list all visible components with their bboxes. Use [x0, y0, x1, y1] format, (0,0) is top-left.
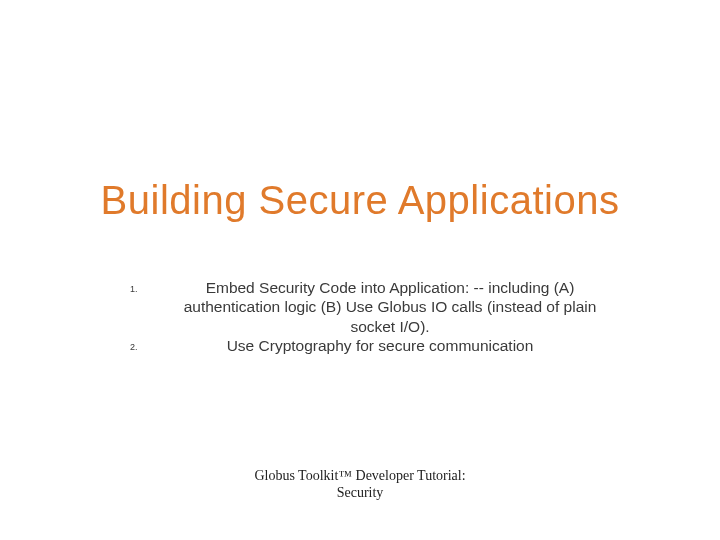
- slide-title: Building Secure Applications: [0, 178, 720, 223]
- footer-line-1: Globus Toolkit™ Developer Tutorial:: [0, 468, 720, 485]
- list-text-2: Use Cryptography for secure communicatio…: [170, 336, 610, 355]
- list-number-2: 2.: [130, 336, 170, 353]
- list-text-1: Embed Security Code into Application: --…: [170, 278, 610, 336]
- slide-footer: Globus Toolkit™ Developer Tutorial: Secu…: [0, 468, 720, 502]
- list-item: 1. Embed Security Code into Application:…: [130, 278, 610, 336]
- footer-line-2: Security: [0, 485, 720, 502]
- slide: Building Secure Applications 1. Embed Se…: [0, 0, 720, 540]
- body-list: 1. Embed Security Code into Application:…: [130, 278, 610, 356]
- list-number-1: 1.: [130, 278, 170, 295]
- list-item: 2. Use Cryptography for secure communica…: [130, 336, 610, 355]
